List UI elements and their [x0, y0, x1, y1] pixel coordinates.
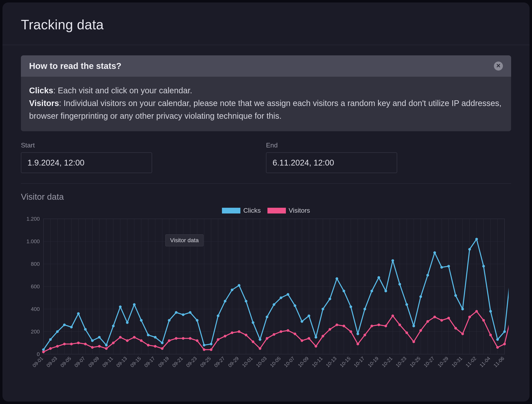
- end-label: End: [266, 141, 511, 149]
- info-visitors-desc: : Individual visitors on your calendar, …: [29, 99, 501, 120]
- svg-point-180: [489, 310, 492, 313]
- close-icon: [496, 63, 501, 69]
- svg-text:11-04: 11-04: [479, 355, 491, 368]
- svg-point-195: [98, 345, 101, 348]
- svg-point-174: [447, 265, 450, 268]
- legend-label-visitors: Visitors: [289, 207, 310, 214]
- svg-point-139: [203, 344, 206, 346]
- svg-point-191: [70, 343, 73, 345]
- svg-point-124: [98, 336, 101, 339]
- svg-text:09-05: 09-05: [59, 355, 72, 368]
- svg-point-172: [433, 251, 436, 254]
- svg-point-213: [224, 335, 227, 338]
- svg-point-153: [301, 320, 303, 323]
- svg-point-178: [475, 238, 478, 241]
- svg-point-144: [238, 284, 240, 287]
- svg-text:10-21: 10-21: [381, 355, 394, 368]
- svg-point-152: [294, 304, 296, 307]
- svg-point-231: [350, 330, 352, 333]
- svg-point-193: [84, 343, 87, 345]
- svg-text:09-29: 09-29: [227, 355, 240, 368]
- info-visitors-term: Visitors: [29, 99, 59, 108]
- svg-point-252: [496, 346, 499, 349]
- svg-point-210: [203, 348, 206, 351]
- svg-point-220: [273, 333, 275, 336]
- svg-point-136: [182, 313, 184, 316]
- svg-point-237: [391, 314, 394, 317]
- svg-point-162: [364, 308, 366, 310]
- svg-text:10-17: 10-17: [353, 355, 366, 368]
- svg-point-241: [419, 329, 422, 332]
- svg-text:10-31: 10-31: [450, 355, 463, 368]
- svg-point-149: [273, 303, 275, 306]
- svg-text:1.000: 1.000: [26, 238, 40, 244]
- svg-point-249: [475, 310, 478, 313]
- start-label: Start: [21, 141, 266, 149]
- page-title: Tracking data: [21, 17, 511, 32]
- svg-point-159: [342, 290, 345, 292]
- svg-point-230: [342, 325, 345, 327]
- svg-point-248: [468, 316, 471, 318]
- svg-text:09-23: 09-23: [185, 355, 198, 368]
- svg-point-175: [454, 294, 457, 297]
- svg-point-125: [105, 344, 108, 346]
- svg-point-201: [140, 340, 143, 342]
- svg-point-128: [126, 321, 129, 324]
- legend-item-visitors[interactable]: Visitors: [267, 207, 310, 214]
- svg-point-155: [315, 336, 317, 339]
- svg-point-151: [287, 293, 289, 296]
- svg-point-122: [84, 328, 87, 331]
- svg-point-242: [426, 320, 429, 323]
- svg-text:09-15: 09-15: [129, 355, 142, 368]
- end-date-col: End 6.11.2024, 12:00: [266, 141, 511, 173]
- line-chart[interactable]: 02004006008001.0001.20009-0109-0309-0509…: [21, 217, 509, 387]
- svg-point-216: [245, 334, 247, 336]
- legend-swatch-visitors: [267, 208, 286, 213]
- svg-point-176: [461, 308, 464, 310]
- svg-point-218: [259, 347, 261, 350]
- svg-point-238: [398, 324, 401, 326]
- svg-point-232: [357, 343, 359, 345]
- svg-text:09-09: 09-09: [87, 355, 100, 368]
- svg-point-234: [371, 325, 373, 327]
- svg-point-205: [168, 340, 171, 342]
- start-date-col: Start 1.9.2024, 12:00: [21, 141, 266, 173]
- chart-wrap: Clicks Visitors 02004006008001.0001.2000…: [21, 207, 511, 387]
- svg-point-133: [161, 342, 164, 344]
- svg-text:400: 400: [31, 306, 40, 312]
- svg-point-138: [196, 319, 199, 322]
- svg-text:09-25: 09-25: [199, 355, 212, 368]
- svg-point-126: [112, 325, 114, 327]
- svg-point-211: [210, 348, 213, 351]
- svg-point-150: [280, 296, 282, 299]
- date-row: Start 1.9.2024, 12:00 End 6.11.2024, 12:…: [21, 141, 511, 184]
- svg-text:10-07: 10-07: [283, 355, 296, 368]
- svg-text:200: 200: [31, 328, 40, 335]
- svg-text:09-11: 09-11: [101, 355, 114, 368]
- svg-point-245: [447, 317, 450, 320]
- svg-point-118: [56, 330, 59, 333]
- svg-text:09-27: 09-27: [213, 355, 226, 368]
- svg-point-194: [91, 346, 94, 349]
- svg-text:11-06: 11-06: [493, 355, 505, 368]
- svg-text:10-11: 10-11: [311, 355, 324, 368]
- end-date-input[interactable]: 6.11.2024, 12:00: [266, 152, 397, 173]
- close-button[interactable]: [494, 62, 503, 71]
- legend-swatch-clicks: [222, 208, 240, 213]
- svg-point-235: [378, 324, 380, 326]
- start-date-input[interactable]: 1.9.2024, 12:00: [21, 152, 152, 173]
- svg-point-157: [329, 298, 331, 300]
- svg-point-177: [468, 248, 471, 250]
- svg-point-196: [105, 347, 108, 350]
- svg-point-121: [77, 312, 80, 315]
- svg-point-217: [252, 340, 254, 343]
- svg-point-167: [398, 283, 401, 286]
- svg-point-212: [217, 338, 220, 341]
- svg-point-214: [231, 331, 234, 334]
- svg-point-207: [182, 337, 184, 340]
- legend-label-clicks: Clicks: [243, 207, 261, 214]
- legend-item-clicks[interactable]: Clicks: [222, 207, 261, 214]
- svg-text:10-09: 10-09: [297, 355, 310, 368]
- svg-point-127: [119, 306, 122, 308]
- svg-point-199: [126, 340, 129, 342]
